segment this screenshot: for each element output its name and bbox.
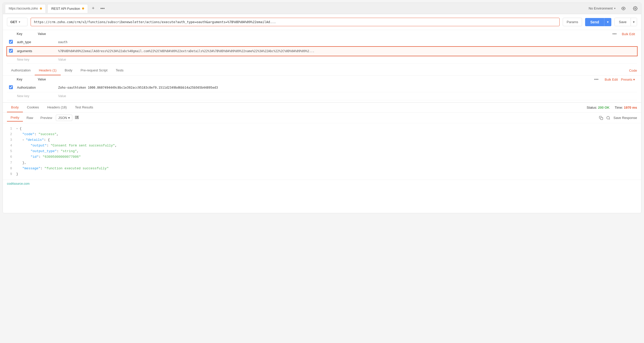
status-label: Status: 200 OK <box>587 106 610 109</box>
resp-tab-headers[interactable]: Headers (18) <box>43 103 71 112</box>
params-section: Key Value ••• Bulk Edit auth_type oauth … <box>3 30 641 66</box>
request-bar: GET ▾ Params Send ▾ Save ▾ <box>3 14 641 30</box>
tab1-dot <box>40 7 42 10</box>
param-2-value: %7B%0D%0A%09%22emailAddress%22%3A%22abc%… <box>56 47 637 56</box>
tab-url[interactable]: https://accounts.zoho <box>5 4 46 13</box>
request-tabs-left: Authorization Headers (1) Body Pre-reque… <box>7 66 128 75</box>
tab-add-icon: + <box>92 6 95 11</box>
tab-headers[interactable]: Headers (1) <box>35 66 61 75</box>
headers-more-icon[interactable]: ••• <box>594 77 598 82</box>
tab-url-text: https://accounts.zoho <box>9 7 38 10</box>
param-row-2: arguments %7B%0D%0A%09%22emailAddress%22… <box>7 47 637 56</box>
send-button[interactable]: Send <box>585 18 604 26</box>
svg-line-8 <box>609 119 610 119</box>
resp-sub-tab-raw[interactable]: Raw <box>23 114 37 121</box>
tab-rest-api-label: REST API Function <box>51 7 80 11</box>
header-new-key: New key <box>15 92 56 100</box>
environment-selector[interactable]: No Environment ▾ <box>589 6 615 10</box>
headers-section: Key Value ••• Bulk Edit Presets ▾ Author… <box>3 76 641 102</box>
method-chevron-icon: ▾ <box>19 21 20 23</box>
tab-authorization[interactable]: Authorization <box>7 66 35 75</box>
json-line-6: 6 "id": "63095000000077006" <box>7 154 637 160</box>
tab-more-button[interactable]: ••• <box>98 5 107 12</box>
resp-tab-test-results[interactable]: Test Results <box>71 103 97 112</box>
env-label: No Environment <box>589 6 613 10</box>
headers-value-header: Value <box>38 78 46 81</box>
url-input[interactable] <box>31 18 560 26</box>
json-format-selector[interactable]: JSON ▾ <box>56 115 72 121</box>
wrap-icon[interactable] <box>74 115 79 121</box>
save-dropdown-button[interactable]: ▾ <box>631 18 637 26</box>
request-tabs: Authorization Headers (1) Body Pre-reque… <box>3 66 641 76</box>
header-1-value: Zoho-oauthtoken 1000.8607494449c8bc1e392… <box>56 83 637 92</box>
gear-icon[interactable] <box>631 5 639 12</box>
headers-bulk-edit-button[interactable]: Bulk Edit <box>605 78 618 81</box>
json-line-1: 1 ▾ { <box>7 126 637 132</box>
json-line-8: 8 "message": "function executed successf… <box>7 166 637 171</box>
collapse-icon-1[interactable]: ▾ <box>16 127 20 130</box>
tab-rest-api[interactable]: REST API Function <box>47 4 88 13</box>
params-value-header: Value <box>38 32 46 36</box>
json-format-label: JSON <box>58 116 67 120</box>
param-new-value: Value <box>56 56 637 64</box>
response-tabs-left: Body Cookies Headers (18) Test Results <box>7 103 97 112</box>
params-more-icon[interactable]: ••• <box>612 32 617 36</box>
time-value: 1970 ms <box>624 106 637 109</box>
header-new-value: Value <box>56 92 637 100</box>
response-tabs-bar: Body Cookies Headers (18) Test Results S… <box>3 103 641 113</box>
header-row-new: New key Value <box>7 92 637 100</box>
tab-more-icon: ••• <box>100 6 105 11</box>
tab-pre-request-script[interactable]: Pre-request Script <box>76 66 112 75</box>
param-2-checkbox[interactable] <box>9 49 13 53</box>
json-chevron-icon: ▾ <box>68 116 70 120</box>
resp-tab-body[interactable]: Body <box>7 103 23 112</box>
tab-bar-right: No Environment ▾ <box>589 5 639 12</box>
svg-point-7 <box>607 116 610 119</box>
param-row-new: New key Value <box>7 56 637 64</box>
tab2-dot <box>82 7 84 10</box>
headers-table: Authorization Zoho-oauthtoken 1000.86074… <box>7 83 637 100</box>
app-container: https://accounts.zoho REST API Function … <box>3 3 641 213</box>
resp-tab-cookies[interactable]: Cookies <box>23 103 43 112</box>
send-dropdown-icon: ▾ <box>607 20 609 24</box>
json-line-3: 3 ▾ "details": { <box>7 137 637 143</box>
resp-sub-tab-preview[interactable]: Preview <box>37 114 56 121</box>
search-response-button[interactable] <box>606 116 610 120</box>
param-1-value: oauth <box>56 38 637 47</box>
resp-sub-tab-pretty[interactable]: Pretty <box>7 114 23 122</box>
time-label-text: Time: <box>615 106 623 109</box>
footer: cod4source.com <box>3 180 641 188</box>
copy-response-button[interactable] <box>599 116 603 120</box>
save-response-button[interactable]: Save Response <box>613 116 637 120</box>
response-actions: Save Response <box>599 116 637 120</box>
tab-body[interactable]: Body <box>61 66 77 75</box>
method-selector[interactable]: GET ▾ <box>7 18 28 26</box>
save-btn-wrapper: Save ▾ <box>614 18 637 26</box>
json-line-7: 7 }, <box>7 160 637 166</box>
headers-table-header: Key Value ••• Bulk Edit Presets ▾ <box>7 76 637 83</box>
svg-point-0 <box>623 8 624 9</box>
params-button[interactable]: Params <box>563 18 582 26</box>
json-line-5: 5 "output_type": "string", <box>7 149 637 154</box>
params-bulk-edit-button[interactable]: Bulk Edit <box>622 32 635 36</box>
header-1-checkbox[interactable] <box>9 85 13 89</box>
save-dropdown-icon: ▾ <box>633 20 635 24</box>
json-line-9: 9 } <box>7 171 637 177</box>
save-button[interactable]: Save <box>615 18 631 26</box>
json-line-4: 4 "output": "Consent form sent successfu… <box>7 143 637 149</box>
headers-key-header: Key <box>9 78 22 81</box>
send-btn-wrapper: Send ▾ <box>585 18 611 26</box>
params-key-header: Key <box>9 32 22 36</box>
tab-add-button[interactable]: + <box>90 5 97 12</box>
method-label: GET <box>10 20 17 24</box>
tab-tests[interactable]: Tests <box>112 66 128 75</box>
status-label-text: Status: <box>587 106 597 109</box>
code-link[interactable]: Code <box>629 69 637 72</box>
param-1-checkbox[interactable] <box>9 40 13 44</box>
eye-icon[interactable] <box>620 5 627 12</box>
time-label: Time: 1970 ms <box>615 106 637 109</box>
url-input-wrapper <box>31 18 560 26</box>
collapse-icon-3[interactable]: ▾ <box>22 138 26 142</box>
send-dropdown-button[interactable]: ▾ <box>604 18 611 26</box>
headers-presets-button[interactable]: Presets ▾ <box>621 78 635 81</box>
